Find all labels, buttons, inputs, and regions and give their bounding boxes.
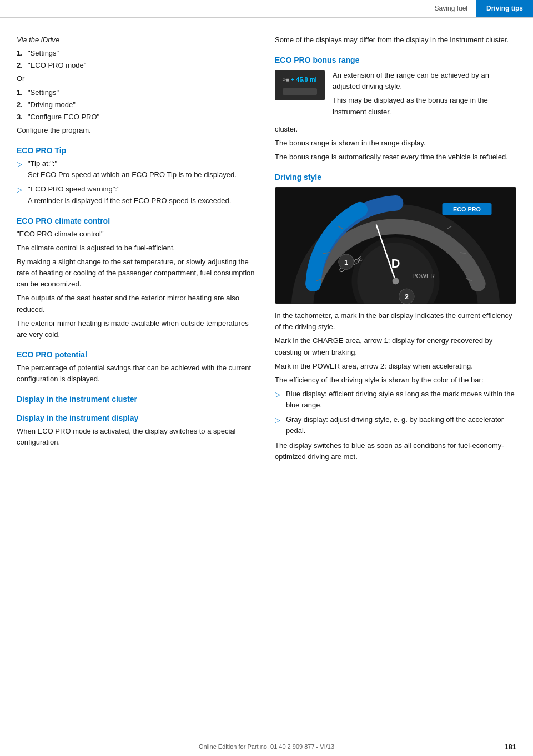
driving-style-p3: Mark in the POWER area, arrow 2: display… xyxy=(275,361,516,372)
bullet-item: ▷ "Tip at:":" Set ECO Pro speed at which… xyxy=(17,158,258,180)
driving-style-heading: Driving style xyxy=(275,173,516,182)
instrument-thumb: »■ + 45.8 mi xyxy=(275,70,325,100)
bonus-range-p2: This may be displayed as the bonus range… xyxy=(333,95,516,117)
bullet-item: ▷ "ECO PRO speed warning":" A reminder i… xyxy=(17,184,258,206)
bonus-range-p1: An extension of the range can be achieve… xyxy=(333,70,516,92)
svg-point-14 xyxy=(393,278,399,284)
eco-pro-climate-heading: ECO PRO climate control xyxy=(17,216,258,225)
bullet-arrow-icon: ▷ xyxy=(17,159,23,180)
display-instrument-display-p1: When ECO PRO mode is activated, the disp… xyxy=(17,426,258,448)
driving-style-p2: Mark in the CHARGE area, arrow 1: displa… xyxy=(275,335,516,357)
header-saving-fuel: Saving fuel xyxy=(426,0,476,17)
main-content: Via the iDrive 1. "Settings" 2. "ECO PRO… xyxy=(0,18,533,476)
bullet-arrow-icon: ▷ xyxy=(275,415,281,436)
climate-p4: The outputs of the seat heater and the e… xyxy=(17,293,258,315)
driving-style-p1: In the tachometer, a mark in the bar dis… xyxy=(275,310,516,332)
climate-p3: By making a slight change to the set tem… xyxy=(17,256,258,290)
svg-text:D: D xyxy=(391,256,400,270)
driving-style-p5: The display switches to blue as soon as … xyxy=(275,440,516,462)
climate-p2: The climate control is adjusted to be fu… xyxy=(17,243,258,254)
eco-pro-bonus-heading: ECO PRO bonus range xyxy=(275,56,516,64)
list-item: 2. "Driving mode" xyxy=(17,99,258,110)
bullet-item: ▷ Blue display: efficient driving style … xyxy=(275,389,516,411)
driving-style-p4: The efficiency of the driving style is s… xyxy=(275,375,516,386)
intro-p1: Some of the displays may differ from the… xyxy=(275,34,516,46)
svg-text:2: 2 xyxy=(405,293,409,301)
bonus-range-p4: The bonus range is automatically reset e… xyxy=(275,152,516,163)
thumb-value: + 45.8 mi xyxy=(291,76,317,83)
driving-style-bullet-list: ▷ Blue display: efficient driving style … xyxy=(275,389,516,437)
footer-text: Online Edition for Part no. 01 40 2 909 … xyxy=(199,743,334,750)
configure-text: Configure the program. xyxy=(17,125,258,136)
display-instrument-display-heading: Display in the instrument display xyxy=(17,414,258,422)
bullet-arrow-icon: ▷ xyxy=(17,184,23,206)
display-instrument-cluster-heading: Display in the instrument cluster xyxy=(17,395,258,404)
bonus-range-cluster: cluster. xyxy=(275,124,516,135)
header-driving-tips: Driving tips xyxy=(476,0,533,17)
eco-pro-tip-list: ▷ "Tip at:":" Set ECO Pro speed at which… xyxy=(17,158,258,206)
list-item: 1. "Settings" xyxy=(17,48,258,59)
eco-pro-potential-heading: ECO PRO potential xyxy=(17,350,258,359)
svg-text:POWER: POWER xyxy=(412,273,435,279)
svg-text:1: 1 xyxy=(344,258,348,266)
list-item: 1. "Settings" xyxy=(17,87,258,98)
list-item: 3. "Configure ECO PRO" xyxy=(17,112,258,123)
svg-text:ECO PRO: ECO PRO xyxy=(453,206,481,213)
bullet-arrow-icon: ▷ xyxy=(275,389,281,411)
potential-p1: The percentage of potential savings that… xyxy=(17,362,258,385)
footer: Online Edition for Part no. 01 40 2 909 … xyxy=(17,737,516,756)
climate-p5: The exterior mirror heating is made avai… xyxy=(17,318,258,340)
or-text: Or xyxy=(17,73,258,84)
page-number: 181 xyxy=(504,743,516,751)
bonus-range-image: »■ + 45.8 mi An extension of the range c… xyxy=(275,70,516,120)
thumb-arrows: »■ xyxy=(283,77,289,83)
eco-pro-tip-heading: ECO PRO Tip xyxy=(17,146,258,155)
driving-style-image: D CHARGE POWER ECO PRO 1 2 xyxy=(275,187,516,304)
via-idrive-list1: 1. "Settings" 2. "ECO PRO mode" xyxy=(17,48,258,71)
via-idrive-heading: Via the iDrive xyxy=(17,34,258,46)
right-column: Some of the displays may differ from the… xyxy=(275,34,516,465)
bonus-range-p3: The bonus range is shown in the range di… xyxy=(275,138,516,149)
via-idrive-list2: 1. "Settings" 2. "Driving mode" 3. "Conf… xyxy=(17,87,258,123)
tachometer-svg: D CHARGE POWER ECO PRO 1 2 xyxy=(275,187,516,304)
page-header: Saving fuel Driving tips xyxy=(0,0,533,18)
bullet-item: ▷ Gray display: adjust driving style, e.… xyxy=(275,414,516,436)
climate-p1: "ECO PRO climate control" xyxy=(17,229,258,240)
list-item: 2. "ECO PRO mode" xyxy=(17,60,258,71)
left-column: Via the iDrive 1. "Settings" 2. "ECO PRO… xyxy=(17,34,258,465)
